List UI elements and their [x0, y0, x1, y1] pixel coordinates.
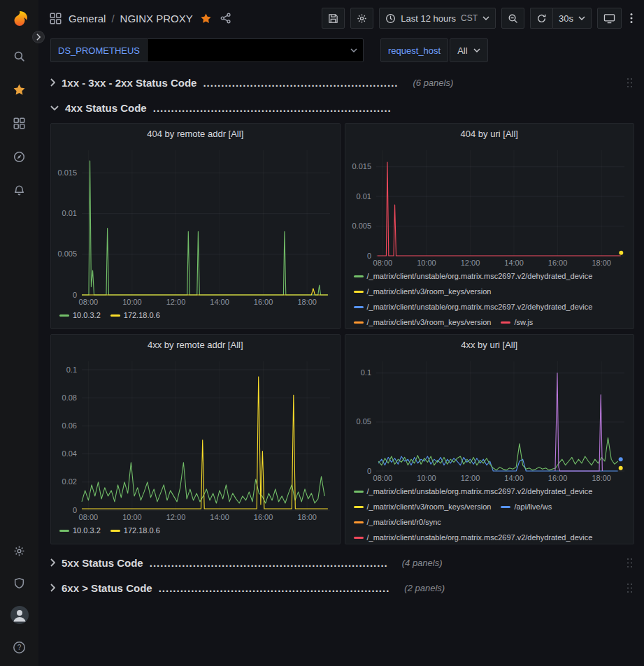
gear-icon: [13, 545, 25, 557]
legend-swatch: [354, 306, 364, 308]
sidebar-item-starred[interactable]: [0, 73, 38, 106]
dashboard-settings-button[interactable]: [350, 8, 373, 29]
request-host-value-dropdown[interactable]: All: [450, 38, 487, 62]
svg-text:16:00: 16:00: [548, 259, 567, 267]
sidebar-item-profile[interactable]: [0, 599, 38, 631]
chart-4xx-by-uri[interactable]: 08:0010:0012:0014:0016:0018:0000.050.1: [345, 354, 634, 484]
legend-item[interactable]: /_matrix/client/unstable/org.matrix.msc2…: [354, 299, 593, 314]
legend-label: /_matrix/client/v3/room_keys/version: [367, 314, 492, 328]
gear-icon: [357, 13, 367, 24]
row-header-1xx[interactable]: 1xx - 3xx - 2xx Status Code ............…: [50, 73, 634, 92]
svg-text:12:00: 12:00: [460, 474, 480, 482]
datasource-value-dropdown[interactable]: [147, 38, 364, 62]
avatar: [10, 606, 29, 624]
dashboard-title[interactable]: NGINX PROXY: [120, 13, 193, 24]
apps-icon: [50, 13, 62, 24]
time-range-picker[interactable]: Last 12 hours CST: [379, 8, 496, 29]
svg-text:0.08: 0.08: [62, 393, 77, 402]
sidebar-item-explore[interactable]: [0, 140, 38, 173]
tv-mode-button[interactable]: [597, 8, 622, 29]
svg-text:10:00: 10:00: [417, 259, 436, 267]
sidebar-item-help[interactable]: ?: [0, 631, 38, 663]
breadcrumb-section[interactable]: General: [69, 13, 106, 24]
legend-item[interactable]: 10.0.3.2: [59, 523, 101, 538]
chart-4xx-by-remote-addr[interactable]: 08:0010:0012:0014:0016:0018:0000.020.040…: [51, 354, 340, 523]
sidebar-item-search[interactable]: [0, 39, 38, 73]
legend-item[interactable]: /sw.js: [501, 314, 533, 328]
row-drag-handle[interactable]: [625, 556, 634, 570]
chevron-down-icon: [50, 106, 59, 110]
svg-text:16:00: 16:00: [254, 513, 273, 521]
legend-item[interactable]: 172.18.0.6: [110, 307, 160, 323]
legend-item[interactable]: /api/live/ws: [501, 499, 552, 514]
legend-label: 10.0.3.2: [73, 523, 101, 538]
dashboards-icon: [13, 117, 25, 129]
chevron-down-icon: [578, 16, 585, 20]
legend-swatch: [110, 314, 120, 317]
chevron-right-icon: [36, 34, 41, 41]
chart-404-by-uri[interactable]: 08:0010:0012:0014:0016:0018:0000.0050.01…: [345, 143, 634, 268]
row-header-4xx[interactable]: 4xx Status Code ........................…: [50, 98, 634, 117]
sidebar-expand-button[interactable]: [32, 31, 45, 43]
sidebar-item-configuration[interactable]: [0, 535, 38, 567]
compass-icon: [13, 151, 25, 163]
row-panel-count: (2 panels): [404, 583, 445, 593]
shield-icon: [13, 577, 25, 589]
legend-label: /sw.js: [514, 314, 533, 328]
legend-item[interactable]: /_matrix/client/v3/room_keys/version: [354, 499, 492, 514]
legend-swatch: [501, 321, 510, 324]
legend-label: /_matrix/client/r0/sync: [367, 514, 441, 530]
panel-title[interactable]: 404 by remote addr [All]: [51, 124, 340, 143]
legend-item[interactable]: /_matrix/client/r0/sync: [354, 514, 441, 530]
sidebar-item-alerting[interactable]: [0, 173, 38, 207]
legend-item[interactable]: /_matrix/client/unstable/org.matrix.msc2…: [354, 484, 593, 499]
drag-handle-icon: [627, 78, 633, 88]
help-icon: ?: [13, 641, 26, 654]
row-drag-handle[interactable]: [625, 76, 634, 89]
legend-label: /_matrix/client/v3/room_keys/version: [367, 284, 492, 299]
share-icon: [220, 13, 231, 24]
svg-text:0.1: 0.1: [360, 368, 371, 377]
legend-swatch: [354, 537, 364, 539]
legend-label: 172.18.0.6: [124, 307, 160, 323]
panel-title[interactable]: 4xx by remote addr [All]: [51, 335, 340, 354]
row-header-6xx[interactable]: 6xx > Status Code ......................…: [50, 578, 634, 598]
legend-item[interactable]: /_matrix/client/unstable/org.matrix.msc2…: [354, 268, 593, 284]
breadcrumb: General / NGINX PROXY: [50, 11, 233, 26]
refresh-button[interactable]: [530, 8, 552, 29]
datasource-label[interactable]: DS_PROMETHEUS: [50, 38, 147, 62]
legend-item[interactable]: 10.0.3.2: [59, 307, 101, 323]
legend-item[interactable]: /_matrix/client/v3/room_keys/version: [354, 314, 492, 328]
legend-item[interactable]: /_matrix/client/v3/room_keys/version: [354, 284, 492, 299]
legend-swatch: [354, 321, 364, 324]
panel-title[interactable]: 404 by uri [All]: [345, 124, 634, 143]
share-button[interactable]: [219, 11, 233, 25]
clock-icon: [385, 13, 396, 24]
zoom-out-button[interactable]: [501, 8, 524, 29]
more-options-button[interactable]: [627, 13, 636, 24]
sidebar-item-server-admin[interactable]: [0, 567, 38, 599]
row-drag-handle[interactable]: [625, 581, 634, 595]
legend-item[interactable]: 172.18.0.6: [110, 523, 160, 538]
row-header-5xx[interactable]: 5xx Status Code ........................…: [50, 553, 634, 572]
svg-text:08:00: 08:00: [373, 259, 392, 267]
panel-4xx-by-uri: 4xx by uri [All] 08:0010:0012:0014:0016:…: [345, 334, 635, 544]
save-dashboard-button[interactable]: [322, 8, 345, 29]
sidebar-item-dashboards[interactable]: [0, 106, 38, 140]
legend: /_matrix/client/unstable/org.matrix.msc2…: [345, 268, 634, 328]
panel-title[interactable]: 4xx by uri [All]: [345, 335, 634, 354]
refresh-interval-dropdown[interactable]: 30s: [552, 8, 592, 29]
row-title: 6xx > Status Code: [62, 582, 152, 594]
chart-svg: 08:0010:0012:0014:0016:0018:0000.0050.01…: [51, 143, 340, 307]
svg-text:18:00: 18:00: [592, 474, 611, 482]
bell-icon: [13, 184, 25, 196]
favorite-star-button[interactable]: [199, 11, 213, 26]
chart-404-by-remote-addr[interactable]: 08:0010:0012:0014:0016:0018:0000.0050.01…: [51, 143, 340, 307]
svg-text:0.015: 0.015: [57, 168, 77, 177]
svg-text:0.01: 0.01: [356, 192, 371, 201]
svg-text:08:00: 08:00: [373, 474, 392, 482]
legend-item[interactable]: /_matrix/client/unstable/org.matrix.msc2…: [354, 530, 593, 544]
request-host-label[interactable]: request_host: [380, 38, 448, 62]
svg-text:14:00: 14:00: [210, 513, 229, 521]
chevron-down-icon: [482, 16, 489, 20]
